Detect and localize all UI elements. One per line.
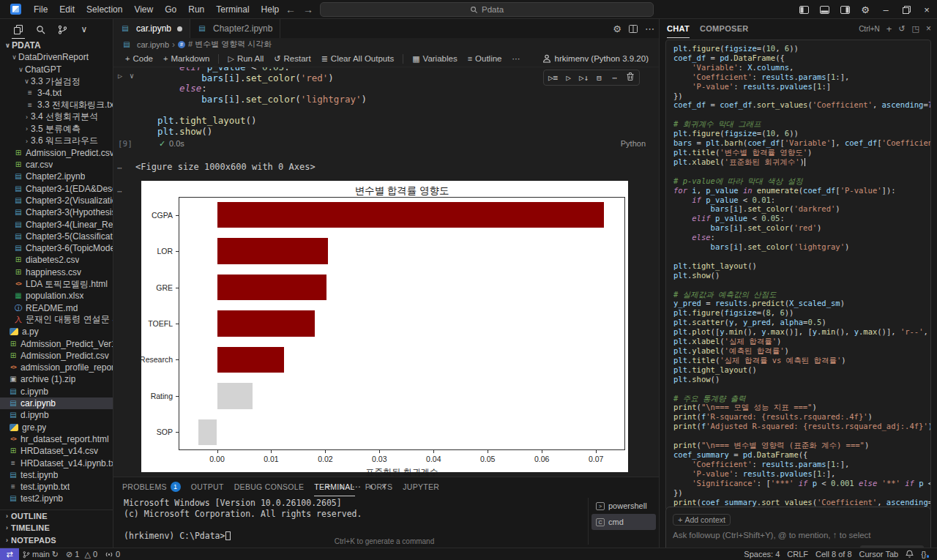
tree-item-d.ipynb[interactable]: ▤d.ipynb [0,409,113,421]
figure-collapse-handle[interactable]: ⋯ [117,187,123,196]
tree-item-hrdataset_v14.ipynb.txt[interactable]: ≡HRDataset_v14.ipynb.txt [0,457,113,468]
tree-item-car.ipynb[interactable]: ▤car.ipynb [0,397,113,409]
terminal-dropdown-icon[interactable]: ∨ [339,483,344,490]
git-branch-item[interactable]: main ↻ [19,548,62,560]
maximize-panel-icon[interactable]: ∧ [368,483,373,490]
tree-item-chapter3-2-visualization-...[interactable]: ▤Chapter3-2(Visualization)... [0,195,113,206]
tree-item-test.ipynb.txt[interactable]: ≡test.ipynb.txt [0,481,113,493]
tree-item-test2.ipynb[interactable]: ▤test2.ipynb [0,493,113,504]
ports-item[interactable]: 0 [101,548,124,560]
tree-item-c.ipynb[interactable]: ▤c.ipynb [0,386,113,397]
breadcrumb[interactable]: ▤ car.ipynb › # # 변수별 영향력 시각화 [113,38,659,51]
shell-powershell[interactable]: >powershell [591,498,656,514]
tree-item-chapter3-3-hypothesis_t...[interactable]: ▤Chapter3-3(Hypothesis_t... [0,206,113,218]
source-control-icon[interactable] [53,20,72,38]
close-panel-icon[interactable]: × [381,482,387,492]
tree-item-3-4.txt[interactable]: ≡3-4.txt [0,87,113,99]
tree-item-chapter3-4-linear_regre...[interactable]: ▤Chapter3-4(Linear_Regre... [0,218,113,230]
tab-chat[interactable]: CHAT [667,19,690,38]
section-outline[interactable]: ›OUTLINE [0,510,113,523]
tree-item-chapter3-1-eda-descrip...[interactable]: ▤Chapter3-1(EDA&Descrip... [0,183,113,195]
more-actions-icon[interactable]: ⋯ [645,23,654,34]
tree-item-pdata[interactable]: ∨PDATA [0,40,113,51]
tree-item-admission_profile_report.h...[interactable]: <>admission_profile_report.h... [0,362,113,373]
tree-item-archive-1-.zip[interactable]: ▣archive (1).zip [0,373,113,385]
command-center-search[interactable]: Pdata [320,2,654,17]
forward-icon[interactable]: → [303,4,313,15]
toolbar-run-all-button[interactable]: ▷Run All [223,51,268,66]
tree-item-lda-토픽모델링.html[interactable]: <>LDA 토픽모델링.html [0,278,113,290]
tree-item-admission_predict_ver1.1....[interactable]: ⊞Admission_Predict_Ver1.1.... [0,337,113,349]
explorer-icon[interactable] [9,20,28,38]
tree-item-chapter3-5-classification...[interactable]: ▤Chapter3-5(Classification... [0,231,113,242]
remote-indicator[interactable]: ⇄ [0,548,19,560]
toolbar-markdown-button[interactable]: +Markdown [159,51,214,66]
search-icon[interactable] [31,20,50,38]
cell-position-item[interactable]: Cell 8 of 8 [812,548,856,560]
cell-code[interactable]: elif p_value < 0.05: bars[i].set_color('… [157,67,367,137]
cell-more-actions-icon[interactable]: ⋯ [607,73,622,83]
settings-gear-icon[interactable]: ⚙ [855,0,876,19]
close-button[interactable]: × [917,0,937,19]
output-collapse-handle[interactable]: ⋯ [117,163,123,173]
menu-selection[interactable]: Selection [81,4,128,15]
tree-item-3.3-가설검정[interactable]: ∨3.3 가설검정 [0,75,113,87]
tree-item-gre.py[interactable]: gre.py [0,422,113,433]
tree-item-car.csv[interactable]: ⊞car.csv [0,159,113,171]
feedback-braces-icon[interactable]: {} [917,548,933,560]
menu-edit[interactable]: Edit [53,4,81,15]
execute-above-icon[interactable]: ▷≡ [545,73,561,83]
panel-tab-jupyter[interactable]: JUPYTER [403,477,439,496]
tree-item-admission_predict.csv[interactable]: ⊞Admission_Predict.csv [0,147,113,159]
execute-cell-icon[interactable]: ▷ [561,73,576,83]
add-context-chip[interactable]: + Add context [673,514,731,526]
notifications-bell-icon[interactable] [902,548,917,560]
toggle-primary-sidebar-icon[interactable] [794,0,814,19]
toolbar-clear-all-outputs-button[interactable]: ≣Clear All Outputs [317,51,399,66]
eol-item[interactable]: CRLF [783,548,812,560]
chat-code-block[interactable]: plt.figure(figsize=(10, 6))coef_df = pd.… [665,40,931,511]
run-cell-button[interactable]: ▷ ∨ [118,72,135,80]
notebook-settings-icon[interactable]: ⚙ [613,23,621,34]
section-notepads[interactable]: ›NOTEPADS [0,534,113,547]
split-editor-icon[interactable] [629,25,638,33]
tab-car-ipynb[interactable]: ▤ car.ipynb [113,19,190,38]
notebook-editor[interactable]: ▷ ∨ elif p_value < 0.05: bars[i].set_col… [113,67,659,477]
tree-item-3.6-워드크라우드[interactable]: ›3.6 워드크라우드 [0,135,113,146]
cursor-tab-item[interactable]: Cursor Tab [856,548,903,560]
tab-composer[interactable]: COMPOSER [700,19,749,38]
restore-button[interactable] [896,0,917,19]
new-chat-icon[interactable]: + [886,23,892,34]
cell-language[interactable]: Python [621,139,646,148]
tree-item-3.3-전체대화링크.txt[interactable]: ≡3.3 전체대화링크.txt [0,99,113,111]
problems-item[interactable]: ⊘1 △0 [62,548,101,560]
terminal-output[interactable]: Microsoft Windows [Version 10.0.26100.26… [124,498,362,542]
delete-cell-icon[interactable] [622,72,638,83]
toolbar-more-button[interactable]: ⋯ [508,51,525,66]
menu-terminal[interactable]: Terminal [210,4,255,15]
panel-tab-problems[interactable]: PROBLEMS1 [122,477,181,496]
tree-item-문재인-대통령-연설문-선...[interactable]: 入문재인 대통령 연설문 선... [0,314,113,326]
menu-go[interactable]: Go [159,4,182,15]
shell-cmd[interactable]: Ccmd [591,514,656,530]
menu-view[interactable]: View [128,4,159,15]
panel-tab-output[interactable]: OUTPUT [191,477,224,496]
menu-file[interactable]: File [28,4,53,15]
tree-item-3.5-분류예측[interactable]: ›3.5 분류예측 [0,123,113,135]
minimize-button[interactable]: – [876,0,896,19]
tree-item-chapter2.ipynb[interactable]: ▤Chapter2.ipynb [0,171,113,182]
tree-item-population.xlsx[interactable]: ▦population.xlsx [0,290,113,302]
tree-item-happiness.csv[interactable]: ⊞happiness.csv [0,266,113,278]
tree-item-3.4-선형회귀분석[interactable]: ›3.4 선형회귀분석 [0,111,113,123]
tree-item-test.ipynb[interactable]: ▤test.ipynb [0,469,113,481]
back-icon[interactable]: ← [285,4,296,15]
split-cell-icon[interactable]: ⊟ [591,73,607,83]
toggle-secondary-sidebar-icon[interactable] [835,0,855,19]
tree-item-readme.md[interactable]: ⓘREADME.md [0,302,113,314]
kernel-picker[interactable]: hrkimenv (Python 3.9.20) [542,54,649,63]
menu-run[interactable]: Run [182,4,210,15]
close-chat-icon[interactable]: × [926,23,931,34]
indentation-item[interactable]: Spaces: 4 [740,548,783,560]
toolbar-outline-button[interactable]: ≡Outline [463,51,507,66]
tab-chapter2-ipynb[interactable]: ▤ Chapter2.ipynb [190,19,280,38]
